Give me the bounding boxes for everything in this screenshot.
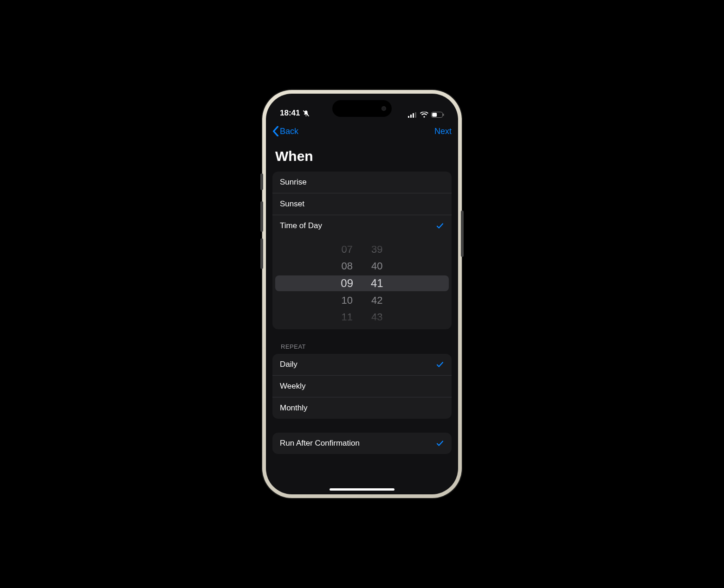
svg-rect-2 bbox=[410, 115, 412, 118]
repeat-header: REPEAT bbox=[281, 343, 443, 350]
phone-frame: 18:41 Back Next When Sunrise bbox=[262, 90, 462, 498]
time-picker[interactable]: 06 07 08 09 10 11 12 38 39 40 41 42 bbox=[272, 236, 452, 329]
svg-rect-3 bbox=[413, 113, 414, 118]
svg-rect-1 bbox=[408, 116, 409, 118]
picker-value-selected: 41 bbox=[371, 277, 383, 290]
picker-value-selected: 09 bbox=[341, 277, 353, 290]
status-time: 18:41 bbox=[280, 109, 300, 118]
when-option-label: Time of Day bbox=[280, 221, 322, 230]
repeat-option-label: Monthly bbox=[280, 403, 308, 413]
repeat-option-weekly[interactable]: Weekly bbox=[272, 376, 452, 397]
side-button-volume-down bbox=[260, 238, 263, 269]
picker-value: 10 bbox=[341, 294, 352, 307]
repeat-option-daily[interactable]: Daily bbox=[272, 354, 452, 376]
svg-rect-4 bbox=[415, 112, 416, 118]
run-after-confirmation-row[interactable]: Run After Confirmation bbox=[272, 433, 452, 454]
camera-dot-icon bbox=[381, 106, 386, 111]
when-group: Sunrise Sunset Time of Day 06 07 08 bbox=[272, 172, 452, 329]
picker-value: 11 bbox=[341, 311, 352, 323]
home-indicator[interactable] bbox=[330, 488, 394, 491]
repeat-option-label: Daily bbox=[280, 360, 297, 369]
checkmark-icon bbox=[436, 360, 444, 369]
picker-value: 42 bbox=[371, 294, 382, 307]
screen: 18:41 Back Next When Sunrise bbox=[266, 94, 458, 494]
when-option-label: Sunset bbox=[280, 199, 304, 209]
side-button-silence bbox=[260, 173, 263, 190]
minute-wheel[interactable]: 38 39 40 41 42 43 44 bbox=[371, 237, 383, 329]
side-button-power bbox=[461, 211, 464, 257]
when-option-time-of-day[interactable]: Time of Day bbox=[272, 215, 452, 236]
confirm-label: Run After Confirmation bbox=[280, 439, 360, 448]
when-option-sunrise[interactable]: Sunrise bbox=[272, 172, 452, 193]
wifi-icon bbox=[420, 112, 428, 118]
side-button-volume-up bbox=[260, 201, 263, 232]
when-option-label: Sunrise bbox=[280, 178, 307, 187]
content: When Sunrise Sunset Time of Day 06 bbox=[266, 143, 458, 494]
picker-value: 12 bbox=[341, 328, 352, 330]
cell-signal-icon bbox=[408, 112, 417, 118]
status-right bbox=[408, 112, 444, 118]
back-label: Back bbox=[280, 127, 298, 136]
page-title: When bbox=[275, 148, 449, 164]
repeat-group: Daily Weekly Monthly bbox=[272, 354, 452, 419]
picker-value: 40 bbox=[371, 260, 382, 272]
svg-point-0 bbox=[306, 115, 307, 116]
picker-value: 43 bbox=[371, 311, 382, 323]
when-option-sunset[interactable]: Sunset bbox=[272, 193, 452, 215]
picker-value: 08 bbox=[341, 260, 352, 272]
status-left: 18:41 bbox=[280, 109, 310, 118]
hour-wheel[interactable]: 06 07 08 09 10 11 12 bbox=[341, 237, 353, 329]
dynamic-island bbox=[332, 100, 392, 117]
picker-value: 39 bbox=[371, 243, 382, 256]
next-button[interactable]: Next bbox=[434, 127, 452, 136]
nav-bar: Back Next bbox=[266, 120, 458, 143]
picker-value: 44 bbox=[371, 328, 382, 330]
confirm-group: Run After Confirmation bbox=[272, 433, 452, 454]
back-button[interactable]: Back bbox=[272, 126, 298, 136]
repeat-option-monthly[interactable]: Monthly bbox=[272, 397, 452, 419]
picker-highlight bbox=[275, 275, 449, 291]
picker-value: 07 bbox=[341, 243, 352, 256]
battery-icon bbox=[431, 112, 444, 118]
checkmark-icon bbox=[436, 439, 444, 447]
dnd-icon bbox=[303, 110, 310, 117]
repeat-option-label: Weekly bbox=[280, 382, 305, 391]
chevron-left-icon bbox=[272, 126, 279, 136]
checkmark-icon bbox=[436, 222, 444, 230]
svg-rect-6 bbox=[432, 113, 437, 117]
svg-rect-7 bbox=[443, 114, 444, 116]
